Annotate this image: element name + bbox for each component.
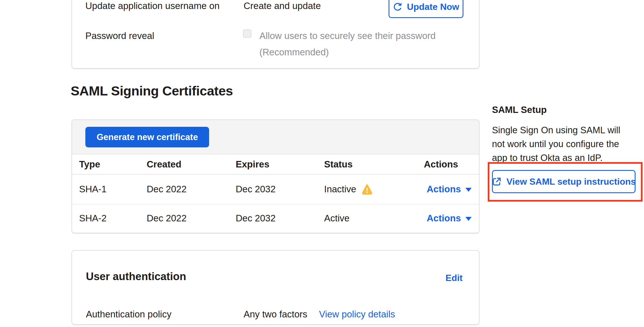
table-row-sha2: SHA-2 Dec 2022 Dec 2032 Active Actions [72,204,479,232]
cert-created: Dec 2022 [147,184,187,195]
saml-certificates-card: Generate new certificate Type Created Ex… [71,119,480,233]
chevron-down-icon [465,188,472,192]
user-authentication-card: User authentication Edit Authentication … [71,250,480,325]
authentication-policy-value: Any two factors [244,309,307,320]
cert-status: Active [324,213,350,224]
refresh-icon [393,2,402,12]
external-link-icon [492,176,502,187]
column-header-status: Status [324,159,353,170]
column-header-expires: Expires [236,159,269,170]
actions-menu-button[interactable]: Actions [427,184,472,195]
column-header-type: Type [79,159,100,170]
certificates-table-header: Type Created Expires Status Actions [72,154,479,175]
password-reveal-checkbox[interactable] [243,29,251,38]
authentication-policy-label: Authentication policy [86,309,172,320]
update-now-button[interactable]: Update Now [389,0,463,18]
edit-link[interactable]: Edit [446,273,463,283]
saml-app-settings-page: Update application username on Create an… [0,0,644,327]
certificates-card-header: Generate new certificate [72,120,479,154]
view-saml-setup-instructions-button[interactable]: View SAML setup instructions [492,170,636,193]
page-title: SAML Signing Certificates [71,83,233,99]
user-authentication-heading: User authentication [86,271,186,283]
view-policy-details-link[interactable]: View policy details [319,309,395,320]
cert-type: SHA-1 [79,184,107,195]
saml-setup-heading: SAML Setup [492,104,547,115]
column-header-actions: Actions [424,159,458,170]
app-settings-card: Update application username on Create an… [71,0,480,69]
table-row-sha1: SHA-1 Dec 2022 Dec 2032 Inactive Actions [72,175,479,204]
warning-icon [361,184,373,195]
view-saml-setup-instructions-label: View SAML setup instructions [506,176,636,187]
actions-menu-button[interactable]: Actions [427,213,472,224]
generate-certificate-button[interactable]: Generate new certificate [85,127,209,147]
password-reveal-option-text: Allow users to securely see their passwo… [259,30,436,41]
password-reveal-label: Password reveal [85,30,154,41]
actions-label: Actions [427,184,461,195]
update-username-label: Update application username on [85,1,220,11]
cert-type: SHA-2 [79,213,107,224]
chevron-down-icon [465,217,472,221]
update-username-value: Create and update [244,1,321,11]
cert-created: Dec 2022 [147,213,187,224]
cert-status: Inactive [324,184,356,195]
saml-setup-description: Single Sign On using SAML will not work … [492,123,635,165]
cert-expires: Dec 2032 [236,213,276,224]
actions-label: Actions [427,213,461,224]
column-header-created: Created [147,159,181,170]
cert-expires: Dec 2032 [236,184,276,195]
cert-status-cell: Inactive [324,184,373,195]
password-reveal-note: (Recommended) [259,47,329,58]
update-now-label: Update Now [407,2,459,12]
